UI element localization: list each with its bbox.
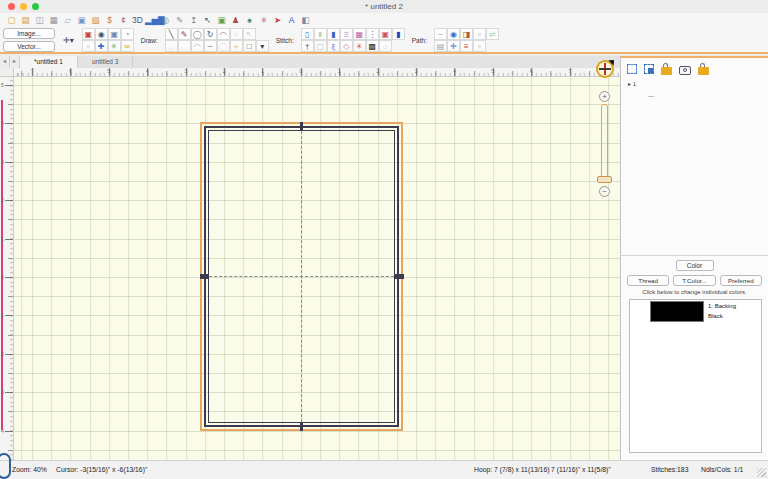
globe-icon[interactable]: ◉ xyxy=(447,28,460,40)
stack-colors-icon[interactable]: ≡ xyxy=(460,40,473,52)
blob-icon[interactable]: ● xyxy=(230,40,243,52)
column-stitch-icon[interactable]: ‖ xyxy=(314,28,327,40)
dotted-box-icon[interactable]: ▫ xyxy=(473,28,486,40)
tab-nav-right-icon[interactable]: ▸ xyxy=(10,56,20,68)
color-list-item[interactable]: 1: BackingBlack xyxy=(630,300,761,322)
wave-icon[interactable]: ∼ xyxy=(204,40,217,52)
nudge-icon[interactable]: ↥ xyxy=(187,14,200,27)
tab--untitled-1[interactable]: *untitled 1 xyxy=(20,56,78,68)
resize-handle-top[interactable] xyxy=(300,122,303,131)
stipple-select-icon[interactable] xyxy=(627,64,637,74)
bird-icon[interactable]: ➤ xyxy=(271,14,284,27)
stitch-export-icon[interactable]: $ xyxy=(103,14,116,27)
photo-icon[interactable]: ◧ xyxy=(299,14,312,27)
rect-tool-icon[interactable]: □ xyxy=(243,40,256,52)
resize-handle-right[interactable] xyxy=(395,274,404,279)
zoom-slider-handle[interactable] xyxy=(597,176,612,183)
zoom-tool-icon[interactable]: ◎ xyxy=(159,14,172,27)
paste-icon[interactable]: ▧ xyxy=(89,14,102,27)
tcolor-button[interactable]: T.Color... xyxy=(673,275,715,286)
swap-arrows-icon[interactable]: ⇄ xyxy=(486,28,499,40)
layer-child[interactable]: — xyxy=(648,93,768,99)
checker-fill-icon[interactable]: ▩ xyxy=(366,40,379,52)
dot-tool-icon[interactable]: ○ xyxy=(230,28,243,40)
new-document-icon[interactable]: ▢ xyxy=(5,14,18,27)
visibility-icon[interactable]: ◉ xyxy=(95,28,108,40)
path-wave-icon[interactable]: ∼ xyxy=(434,28,447,40)
line-tool-icon[interactable]: ╲ xyxy=(165,28,178,40)
circle-pattern-icon[interactable]: ◌ xyxy=(379,40,392,52)
lattice-stitch-icon[interactable]: ▦ xyxy=(353,28,366,40)
lock-all-icon[interactable] xyxy=(698,67,709,75)
lock-icon[interactable] xyxy=(661,67,672,75)
thread-button[interactable]: Thread xyxy=(627,275,669,286)
stitch-convert-icon[interactable]: ¢ xyxy=(117,14,130,27)
design-snap-icon[interactable]: ✳ xyxy=(257,14,270,27)
needle-icon[interactable]: † xyxy=(301,40,314,52)
compass-icon[interactable] xyxy=(596,60,614,78)
arc-up-icon[interactable]: ◠ xyxy=(191,40,204,52)
color-tab[interactable]: Color xyxy=(676,260,714,271)
design-canvas[interactable] xyxy=(14,77,620,460)
point-draw-icon[interactable]: ✎ xyxy=(178,28,191,40)
tab-untitled-3[interactable]: untitled 3 xyxy=(78,56,133,68)
move-cross-icon[interactable]: ✚ xyxy=(95,40,108,52)
keypad-icon[interactable]: ▤ xyxy=(434,40,447,52)
caret-icon[interactable]: ▸ xyxy=(628,81,631,87)
chart-icon[interactable]: ▂▅▇ xyxy=(145,14,158,27)
color-list[interactable]: 1: BackingBlack xyxy=(629,299,762,453)
zoom-out-button[interactable]: − xyxy=(599,186,610,197)
e-stitch-icon[interactable]: Ξ xyxy=(340,28,353,40)
fill-stitch-icon[interactable]: ▣ xyxy=(379,28,392,40)
preferred-button[interactable]: Preferred xyxy=(720,275,762,286)
select-tool-icon[interactable]: ↖ xyxy=(201,14,214,27)
history-icon[interactable]: ◔ xyxy=(121,28,134,40)
copy-icon[interactable]: ▣ xyxy=(75,14,88,27)
resize-handle-bottom[interactable] xyxy=(300,422,303,431)
marquee-icon[interactable]: ▫ xyxy=(473,40,486,52)
dot-stitch-icon[interactable]: ⋮ xyxy=(366,28,379,40)
diamond-lattice-icon[interactable]: ◇ xyxy=(340,40,353,52)
tree-icon[interactable]: ♠ xyxy=(243,14,256,27)
cube-icon[interactable]: ◨ xyxy=(460,28,473,40)
satin-stitch-icon[interactable]: ▮ xyxy=(327,28,340,40)
vector-button[interactable]: Vector... xyxy=(3,41,55,52)
image-button[interactable]: Image... xyxy=(3,28,55,39)
save-icon[interactable]: ◫ xyxy=(33,14,46,27)
group-objects-icon[interactable]: ▫ xyxy=(82,40,95,52)
glasses-icon[interactable]: ∞ xyxy=(121,40,134,52)
snowflake-fill-icon[interactable]: ✳ xyxy=(353,40,366,52)
snapshot-icon[interactable] xyxy=(679,66,691,75)
shape-dropdown-icon[interactable]: ▾ xyxy=(256,40,269,52)
letter-a-icon[interactable]: A xyxy=(285,14,298,27)
circle-tool-icon[interactable]: ◯ xyxy=(191,28,204,40)
zoom-in-button[interactable]: + xyxy=(599,91,610,102)
pen-tool-icon[interactable]: ✎ xyxy=(173,14,186,27)
outline-stitch-icon[interactable]: ▯ xyxy=(301,28,314,40)
layer-root[interactable]: ▸ 1 xyxy=(628,80,768,87)
arc-tool-icon[interactable]: ◠ xyxy=(217,28,230,40)
export-icon[interactable]: ▱ xyxy=(61,14,74,27)
circle-faded-icon[interactable]: ◯ xyxy=(217,40,230,52)
curve-low-icon[interactable]: ◡ xyxy=(165,40,178,52)
rotate-tool-icon[interactable]: ↻ xyxy=(204,28,217,40)
move-globe-icon[interactable]: ✛ xyxy=(447,40,460,52)
print-icon[interactable]: ▦ xyxy=(47,14,60,27)
figure-icon[interactable]: ♟ xyxy=(229,14,242,27)
open-folder-icon[interactable]: ▤ xyxy=(19,14,32,27)
image-tool-icon[interactable]: ▣ xyxy=(215,14,228,27)
flower-icon[interactable]: ✳ xyxy=(108,40,121,52)
layers-icon[interactable]: ▣ xyxy=(108,28,121,40)
anchor-tool-icon[interactable]: ✛▾ xyxy=(63,36,74,45)
sequin-icon[interactable]: ▣ xyxy=(82,28,95,40)
zoom-slider-track[interactable] xyxy=(601,104,608,178)
solid-fill-icon[interactable]: ▮ xyxy=(392,28,405,40)
stipple-group-icon[interactable] xyxy=(644,64,654,74)
resize-grip-icon[interactable] xyxy=(757,468,766,477)
color-swatch[interactable] xyxy=(650,301,704,322)
smooth-icon[interactable]: ◡ xyxy=(178,40,191,52)
three-d-icon[interactable]: 3D xyxy=(131,14,144,27)
zigzag-stitch-icon[interactable]: ξ xyxy=(327,40,340,52)
light-fill-icon[interactable]: ▢ xyxy=(314,40,327,52)
pick-tool-icon[interactable]: ↖ xyxy=(243,28,256,40)
